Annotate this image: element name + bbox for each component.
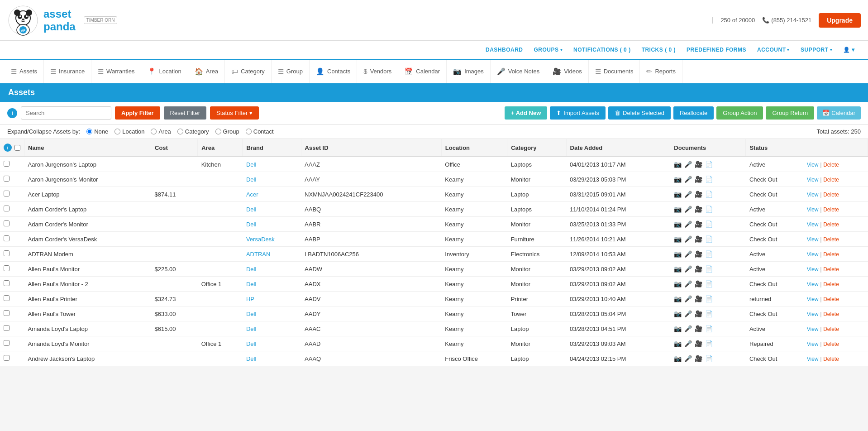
camera-icon[interactable]: 📷: [674, 206, 682, 213]
nav-support[interactable]: SUPPORT ▾: [796, 45, 837, 55]
radio-none[interactable]: None: [86, 128, 108, 135]
sec-nav-area[interactable]: 🏠 Area: [188, 60, 225, 83]
row-checkbox[interactable]: [4, 355, 10, 361]
doc-icon[interactable]: 📄: [705, 176, 713, 183]
camera-icon[interactable]: 📷: [674, 176, 682, 183]
brand-link[interactable]: Acer: [246, 191, 258, 198]
brand-link[interactable]: Dell: [246, 206, 256, 213]
doc-icon[interactable]: 📄: [705, 235, 713, 243]
delete-link[interactable]: Delete: [823, 296, 839, 302]
nav-groups[interactable]: GROUPS ▾: [529, 45, 568, 55]
doc-icon[interactable]: 📄: [705, 310, 713, 317]
upgrade-button[interactable]: Upgrade: [819, 13, 861, 28]
delete-link[interactable]: Delete: [823, 311, 839, 317]
brand-link[interactable]: ADTRAN: [246, 251, 270, 258]
brand-link[interactable]: Dell: [246, 340, 256, 347]
doc-icon[interactable]: 📄: [705, 265, 713, 273]
doc-icon[interactable]: 📄: [705, 295, 713, 302]
view-link[interactable]: View: [807, 356, 819, 362]
video-icon[interactable]: 🎥: [695, 355, 702, 362]
brand-link[interactable]: Dell: [246, 266, 256, 273]
row-checkbox[interactable]: [4, 340, 10, 346]
brand-link[interactable]: HP: [246, 296, 254, 302]
video-icon[interactable]: 🎥: [695, 325, 702, 332]
brand-link[interactable]: Dell: [246, 161, 256, 168]
sec-nav-group[interactable]: ☰ Group: [272, 60, 310, 83]
row-checkbox[interactable]: [4, 295, 10, 301]
video-icon[interactable]: 🎥: [695, 176, 702, 183]
view-link[interactable]: View: [807, 162, 819, 168]
mic-icon[interactable]: 🎤: [684, 295, 692, 302]
delete-link[interactable]: Delete: [823, 206, 839, 213]
import-assets-button[interactable]: ⬆ Import Assets: [550, 106, 606, 120]
view-link[interactable]: View: [807, 221, 819, 228]
mic-icon[interactable]: 🎤: [684, 191, 692, 198]
video-icon[interactable]: 🎥: [695, 161, 702, 168]
nav-account[interactable]: ACCOUNT ▾: [753, 45, 794, 55]
doc-icon[interactable]: 📄: [705, 191, 713, 198]
camera-icon[interactable]: 📷: [674, 340, 682, 347]
video-icon[interactable]: 🎥: [695, 206, 702, 213]
mic-icon[interactable]: 🎤: [684, 176, 692, 183]
delete-link[interactable]: Delete: [823, 281, 839, 287]
delete-link[interactable]: Delete: [823, 192, 839, 198]
sec-nav-warranties[interactable]: ☰ Warranties: [91, 60, 141, 83]
video-icon[interactable]: 🎥: [695, 235, 702, 243]
reset-filter-button[interactable]: Reset Filter: [164, 106, 206, 120]
camera-icon[interactable]: 📷: [674, 310, 682, 317]
video-icon[interactable]: 🎥: [695, 340, 702, 347]
view-link[interactable]: View: [807, 177, 819, 183]
table-info-icon[interactable]: i: [4, 144, 12, 152]
select-all-checkbox[interactable]: [14, 145, 20, 151]
brand-link[interactable]: Dell: [246, 176, 256, 183]
doc-icon[interactable]: 📄: [705, 280, 713, 287]
brand-link[interactable]: Dell: [246, 355, 256, 362]
sec-nav-calendar[interactable]: 📅 Calendar: [398, 60, 447, 83]
doc-icon[interactable]: 📄: [705, 355, 713, 362]
row-checkbox[interactable]: [4, 161, 10, 167]
video-icon[interactable]: 🎥: [695, 295, 702, 302]
radio-category[interactable]: Category: [177, 128, 209, 135]
apply-filter-button[interactable]: Apply Filter: [115, 106, 160, 120]
view-link[interactable]: View: [807, 206, 819, 213]
radio-area[interactable]: Area: [151, 128, 171, 135]
view-link[interactable]: View: [807, 251, 819, 258]
reallocate-button[interactable]: Reallocate: [673, 106, 714, 120]
sec-nav-reports[interactable]: ✏ Reports: [640, 60, 682, 83]
video-icon[interactable]: 🎥: [695, 191, 702, 198]
mic-icon[interactable]: 🎤: [684, 310, 692, 317]
video-icon[interactable]: 🎥: [695, 280, 702, 287]
sec-nav-contacts[interactable]: 👤 Contacts: [310, 60, 357, 83]
nav-notifications[interactable]: NOTIFICATIONS ( 0 ): [569, 45, 635, 55]
delete-link[interactable]: Delete: [823, 221, 839, 228]
radio-location[interactable]: Location: [114, 128, 144, 135]
camera-icon[interactable]: 📷: [674, 191, 682, 198]
radio-group[interactable]: Group: [215, 128, 239, 135]
camera-icon[interactable]: 📷: [674, 265, 682, 273]
view-link[interactable]: View: [807, 236, 819, 243]
view-link[interactable]: View: [807, 266, 819, 273]
video-icon[interactable]: 🎥: [695, 310, 702, 317]
radio-contact[interactable]: Contact: [246, 128, 274, 135]
brand-link[interactable]: Dell: [246, 311, 256, 317]
mic-icon[interactable]: 🎤: [684, 355, 692, 362]
group-action-button[interactable]: Group Action: [716, 106, 763, 120]
row-checkbox[interactable]: [4, 325, 10, 331]
camera-icon[interactable]: 📷: [674, 250, 682, 258]
mic-icon[interactable]: 🎤: [684, 235, 692, 243]
delete-link[interactable]: Delete: [823, 326, 839, 332]
delete-selected-button[interactable]: 🗑 Delete Selected: [608, 106, 671, 120]
status-filter-button[interactable]: Status Filter ▾: [210, 106, 259, 120]
doc-icon[interactable]: 📄: [705, 161, 713, 168]
mic-icon[interactable]: 🎤: [684, 250, 692, 258]
camera-icon[interactable]: 📷: [674, 220, 682, 228]
camera-icon[interactable]: 📷: [674, 325, 682, 332]
delete-link[interactable]: Delete: [823, 356, 839, 362]
doc-icon[interactable]: 📄: [705, 340, 713, 347]
camera-icon[interactable]: 📷: [674, 295, 682, 302]
info-icon[interactable]: i: [7, 108, 17, 118]
delete-link[interactable]: Delete: [823, 341, 839, 347]
doc-icon[interactable]: 📄: [705, 250, 713, 258]
sec-nav-vendors[interactable]: $ Vendors: [357, 60, 398, 83]
video-icon[interactable]: 🎥: [695, 220, 702, 228]
